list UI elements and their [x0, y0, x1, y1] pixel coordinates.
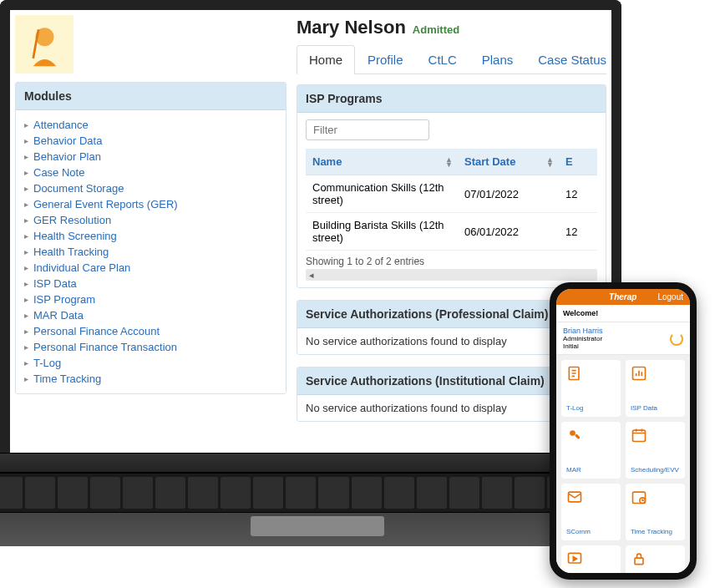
tile-t-log[interactable]: T-Log	[561, 360, 621, 417]
tab-plans[interactable]: Plans	[469, 45, 526, 74]
tile-label: MAR	[566, 466, 616, 474]
caret-right-icon: ▸	[24, 295, 28, 304]
tab-ctlc[interactable]: CtLC	[416, 45, 469, 74]
caret-right-icon: ▸	[24, 152, 28, 161]
module-item[interactable]: ▸GER Resolution	[24, 212, 277, 228]
user-name: Brian Harris	[563, 327, 683, 335]
pwd-icon	[631, 550, 647, 567]
modules-panel: Modules ▸Attendance▸Behavior Data▸Behavi…	[15, 82, 286, 394]
module-item[interactable]: ▸T-Log	[24, 355, 277, 371]
caret-right-icon: ▸	[24, 327, 28, 336]
module-label: Health Tracking	[33, 246, 109, 258]
col-name[interactable]: Name ▲▼	[306, 149, 458, 175]
module-label: ISP Program	[33, 293, 95, 306]
tile-label: SComm	[566, 528, 616, 535]
phone-header: Therap Logout	[556, 289, 690, 305]
module-item[interactable]: ▸ISP Program	[24, 291, 277, 307]
tile-scomm[interactable]: SComm	[561, 484, 621, 540]
module-label: Behavior Data	[33, 134, 102, 147]
patient-header: Mary Nelson Admitted	[297, 15, 606, 45]
sched-icon	[631, 427, 647, 444]
phone-frame: Therap Logout Welcome! Brian Harris Admi…	[550, 282, 697, 580]
module-item[interactable]: ▸General Event Reports (GER)	[24, 196, 277, 212]
laptop-frame: Modules ▸Attendance▸Behavior Data▸Behavi…	[0, 0, 621, 453]
module-label: General Event Reports (GER)	[33, 198, 178, 210]
module-label: Health Screening	[33, 230, 117, 242]
caret-right-icon: ▸	[24, 263, 28, 272]
svg-rect-10	[635, 558, 643, 565]
tab-profile[interactable]: Profile	[355, 45, 416, 74]
tile-mar[interactable]: MAR	[561, 422, 621, 479]
caret-right-icon: ▸	[24, 215, 28, 225]
module-label: MAR Data	[33, 309, 84, 322]
horizontal-scrollbar[interactable]: ◂	[306, 269, 597, 281]
module-item[interactable]: ▸Time Tracking	[24, 371, 277, 387]
user-role: Administrator	[563, 335, 683, 342]
module-item[interactable]: ▸Case Note	[24, 165, 277, 180]
svg-point-3	[570, 430, 575, 436]
isp-heading: ISP Programs	[297, 85, 606, 113]
svg-rect-5	[633, 430, 646, 441]
tile-password-reset[interactable]: Password Reset	[626, 545, 685, 573]
module-item[interactable]: ▸MAR Data	[24, 307, 277, 323]
module-item[interactable]: ▸Individual Care Plan	[24, 260, 277, 276]
module-label: T-Log	[33, 357, 61, 369]
module-item[interactable]: ▸Health Tracking	[24, 244, 277, 260]
tile-isp-data[interactable]: ISP Data	[626, 360, 685, 417]
module-label: Attendance	[33, 119, 89, 131]
isp-table: Name ▲▼ Start Date ▲▼ E	[306, 149, 597, 251]
sync-icon	[670, 332, 683, 346]
caret-right-icon: ▸	[24, 136, 28, 145]
caret-right-icon: ▸	[24, 279, 28, 288]
modules-heading: Modules	[16, 83, 286, 110]
logout-button[interactable]: Logout	[657, 292, 683, 302]
caret-right-icon: ▸	[24, 184, 28, 193]
tab-home[interactable]: Home	[297, 45, 355, 74]
table-row[interactable]: Communication Skills (12th street)07/01/…	[306, 175, 597, 213]
caret-right-icon: ▸	[24, 247, 28, 256]
caret-right-icon: ▸	[24, 358, 28, 368]
isp-panel: ISP Programs Name ▲▼ Start Date	[297, 84, 606, 288]
tile-label: Time Tracking	[631, 528, 680, 535]
user-card[interactable]: Brian Harris Administrator Initial	[556, 322, 690, 355]
caret-right-icon: ▸	[24, 168, 28, 177]
module-item[interactable]: ▸Health Screening	[24, 228, 277, 244]
tile-label: Scheduling/EVV	[631, 466, 680, 474]
module-label: Time Tracking	[33, 373, 101, 385]
module-label: ISP Data	[33, 277, 77, 290]
module-item[interactable]: ▸Document Storage	[24, 180, 277, 196]
isp-filter-input[interactable]	[306, 119, 429, 140]
module-item[interactable]: ▸ISP Data	[24, 276, 277, 291]
module-label: GER Resolution	[33, 214, 111, 226]
tile-grid: T-LogISP DataMARScheduling/EVVSCommTime …	[556, 355, 690, 573]
module-label: Individual Care Plan	[33, 261, 130, 274]
patient-name: Mary Nelson	[297, 17, 406, 38]
table-row[interactable]: Building Barista Skills (12th street)06/…	[306, 213, 597, 251]
sort-icon: ▲▼	[445, 157, 453, 167]
module-item[interactable]: ▸Personal Finance Account	[24, 323, 277, 339]
entries-info: Showing 1 to 2 of 2 entries	[306, 256, 597, 267]
module-item[interactable]: ▸Attendance	[24, 117, 277, 133]
tlog-icon	[566, 365, 583, 382]
tile-video-library[interactable]: Video Library	[561, 545, 621, 573]
caret-right-icon: ▸	[24, 120, 28, 129]
module-label: Behavior Plan	[33, 150, 101, 163]
isp-icon	[631, 365, 647, 382]
tab-case-status[interactable]: Case Status	[525, 45, 619, 74]
module-item[interactable]: ▸Behavior Data	[24, 133, 277, 149]
user-line3: Initial	[563, 342, 683, 350]
col-start-date[interactable]: Start Date ▲▼	[458, 149, 559, 175]
module-item[interactable]: ▸Behavior Plan	[24, 149, 277, 165]
scomm-icon	[566, 489, 583, 505]
tile-scheduling-evv[interactable]: Scheduling/EVV	[626, 422, 685, 479]
avatar	[15, 15, 74, 74]
svg-rect-4	[575, 433, 581, 439]
phone-brand: Therap	[588, 292, 657, 302]
svc-pro-empty: No service authorizations found to displ…	[306, 335, 507, 347]
module-label: Personal Finance Account	[33, 325, 160, 337]
module-item[interactable]: ▸Personal Finance Transaction	[24, 339, 277, 355]
caret-right-icon: ▸	[24, 374, 28, 383]
col-end-date[interactable]: E	[559, 149, 597, 175]
tile-time-tracking[interactable]: Time Tracking	[626, 484, 685, 540]
welcome-text: Welcome!	[556, 305, 690, 322]
